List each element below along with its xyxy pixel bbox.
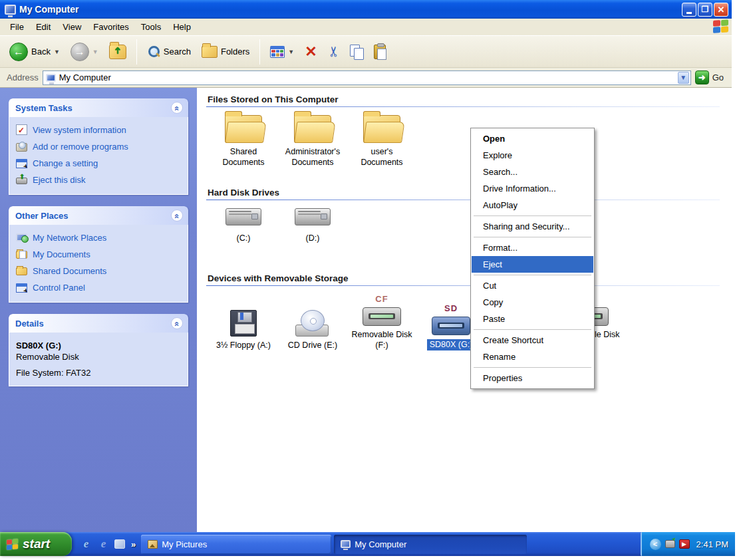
- context-menu-item-autoplay[interactable]: AutoPlay: [472, 197, 593, 213]
- up-folder-icon: [109, 45, 126, 59]
- item-label-selected: SD80X (G:): [427, 339, 476, 351]
- menu-file[interactable]: File: [4, 19, 30, 35]
- address-value: My Computer: [59, 72, 674, 82]
- context-menu-item-cut[interactable]: Cut: [472, 277, 593, 294]
- drive-item-removable-f[interactable]: CF Removable Disk (F:): [347, 294, 416, 350]
- cut-button[interactable]: ✂: [324, 43, 344, 61]
- folder-icon: [363, 115, 400, 143]
- go-label: Go: [712, 72, 724, 82]
- search-button[interactable]: Search: [143, 43, 195, 61]
- other-places-header[interactable]: Other Places «: [9, 206, 188, 225]
- details-header[interactable]: Details «: [9, 314, 188, 333]
- sidebar-item-shared-documents[interactable]: Shared Documents: [16, 266, 181, 276]
- collapse-chevron-icon[interactable]: «: [171, 317, 183, 329]
- sidebar-item-eject-this-disk[interactable]: Eject this disk: [16, 175, 181, 185]
- drive-item-floppy-a[interactable]: 3½ Floppy (A:): [209, 310, 278, 351]
- drive-item-c[interactable]: (C:): [209, 208, 278, 244]
- menu-view[interactable]: View: [57, 19, 87, 35]
- folders-button[interactable]: Folders: [198, 44, 253, 60]
- copy-button[interactable]: [346, 43, 367, 61]
- context-menu-item-open[interactable]: Open: [472, 130, 593, 147]
- context-menu-item-eject[interactable]: Eject: [472, 256, 593, 273]
- safely-remove-hardware-icon[interactable]: [665, 540, 675, 548]
- address-bar: Address My Computer ▼ ➜ Go: [0, 68, 732, 88]
- item-label: Administrator's Documents: [281, 147, 345, 168]
- link-label: Add or remove programs: [33, 142, 128, 152]
- drive-item-cd-e[interactable]: CD Drive (E:): [278, 310, 347, 351]
- desktop-shortcut-icon[interactable]: [114, 539, 125, 549]
- start-button[interactable]: start: [0, 532, 72, 556]
- up-button[interactable]: [105, 43, 130, 61]
- views-icon: [270, 46, 285, 58]
- link-label: View system information: [33, 125, 126, 135]
- control-panel-icon: [16, 283, 27, 293]
- sidebar-item-add-remove-programs[interactable]: Add or remove programs: [16, 142, 181, 152]
- views-button[interactable]: ▼: [266, 44, 298, 60]
- quick-launch-overflow-chevron[interactable]: »: [130, 539, 136, 549]
- sidebar-item-my-documents[interactable]: My Documents: [16, 249, 181, 259]
- title-bar[interactable]: My Computer ❐ ✕: [0, 0, 732, 19]
- address-input[interactable]: My Computer ▼: [43, 70, 691, 85]
- sd-card-label: SD: [444, 303, 458, 314]
- back-button[interactable]: ← Back ▼: [5, 41, 64, 63]
- address-dropdown-icon[interactable]: ▼: [678, 72, 689, 84]
- context-menu-item-format[interactable]: Format...: [472, 239, 593, 256]
- context-menu-item-rename[interactable]: Rename: [472, 349, 593, 365]
- context-menu-item-create-shortcut[interactable]: Create Shortcut: [472, 332, 593, 349]
- item-label: CD Drive (E:): [288, 341, 337, 351]
- close-button[interactable]: ✕: [714, 3, 728, 17]
- collapse-chevron-icon[interactable]: «: [171, 210, 183, 221]
- details-drive-name: SD80X (G:): [16, 341, 181, 350]
- internet-explorer-icon[interactable]: e: [80, 538, 92, 551]
- internet-explorer-alt-icon[interactable]: e: [97, 538, 110, 551]
- restore-button[interactable]: ❐: [698, 3, 712, 17]
- tray-collapse-chevron-icon[interactable]: <: [650, 539, 661, 550]
- go-button[interactable]: ➜ Go: [695, 70, 728, 84]
- folder-item-administrators-documents[interactable]: Administrator's Documents: [278, 115, 347, 168]
- forward-button[interactable]: → ▼: [67, 41, 102, 63]
- menu-help[interactable]: Help: [167, 19, 197, 35]
- toolbar-separator: [259, 39, 260, 65]
- collapse-chevron-icon[interactable]: «: [171, 102, 183, 114]
- task-label: My Pictures: [162, 539, 207, 549]
- hard-disk-icon: [225, 208, 261, 225]
- context-menu-item-copy[interactable]: Copy: [472, 294, 593, 311]
- context-menu-item-explore[interactable]: Explore: [472, 147, 593, 164]
- windows-logo-icon: [713, 19, 730, 35]
- minimize-button[interactable]: [682, 3, 696, 17]
- context-menu-item-search[interactable]: Search...: [472, 164, 593, 180]
- network-places-icon: [16, 233, 27, 241]
- go-arrow-icon: ➜: [695, 70, 709, 84]
- context-menu-item-properties[interactable]: Properties: [472, 370, 593, 386]
- context-menu-item-drive-information[interactable]: Drive Information...: [472, 180, 593, 197]
- section-header-removable: Devices with Removable Storage: [206, 271, 720, 286]
- menu-favorites[interactable]: Favorites: [87, 19, 134, 35]
- system-info-icon: [16, 124, 27, 135]
- sidebar-item-my-network-places[interactable]: My Network Places: [16, 233, 181, 243]
- menu-tools[interactable]: Tools: [135, 19, 167, 35]
- sidebar-item-view-system-information[interactable]: View system information: [16, 125, 181, 135]
- paste-button[interactable]: [370, 43, 390, 61]
- change-setting-icon: [16, 159, 27, 168]
- folders-label: Folders: [221, 47, 249, 57]
- drive-item-d[interactable]: (D:): [278, 208, 347, 244]
- back-dropdown-icon[interactable]: ▼: [54, 49, 60, 55]
- link-label: Shared Documents: [33, 266, 106, 276]
- other-places-panel: Other Places « My Network Places My Docu…: [9, 206, 188, 303]
- tray-app-icon[interactable]: ▶: [679, 539, 690, 549]
- menu-edit[interactable]: Edit: [30, 19, 57, 35]
- context-menu-item-paste[interactable]: Paste: [472, 311, 593, 327]
- task-button-my-pictures[interactable]: My Pictures: [141, 535, 331, 554]
- system-tasks-header[interactable]: System Tasks «: [9, 98, 188, 117]
- task-button-my-computer[interactable]: My Computer: [334, 535, 527, 554]
- delete-button[interactable]: ✕: [301, 43, 321, 61]
- sidebar-item-control-panel[interactable]: Control Panel: [16, 283, 181, 293]
- section-header-files: Files Stored on This Computer: [206, 92, 720, 107]
- context-menu-item-sharing-and-security[interactable]: Sharing and Security...: [472, 218, 593, 235]
- sidebar-item-change-a-setting[interactable]: Change a setting: [16, 158, 181, 168]
- folder-item-users-documents[interactable]: user's Documents: [347, 115, 416, 168]
- folder-item-shared-documents[interactable]: Shared Documents: [209, 115, 278, 168]
- views-dropdown-icon[interactable]: ▼: [288, 49, 294, 55]
- delete-icon: ✕: [305, 45, 317, 59]
- taskbar: start e e » My Pictures My Computer < ▶ …: [0, 532, 735, 556]
